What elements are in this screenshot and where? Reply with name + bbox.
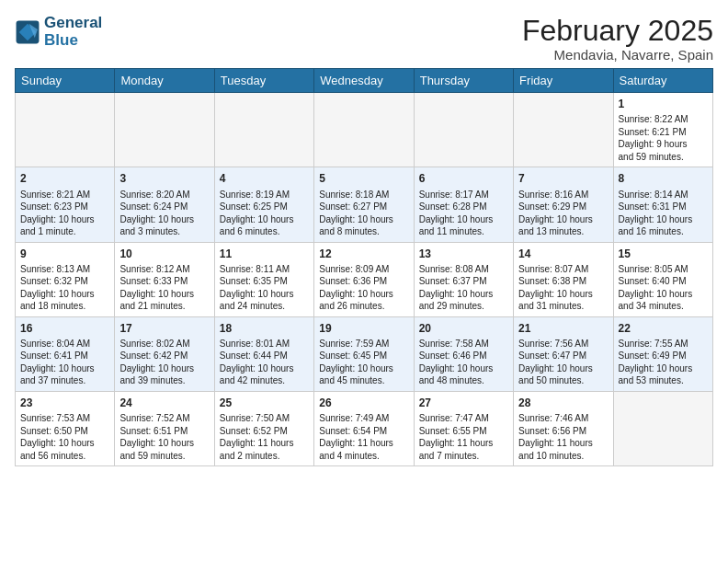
day-info: Sunrise: 7:55 AM Sunset: 6:49 PM Dayligh… (619, 338, 708, 387)
day-number: 22 (619, 321, 708, 336)
day-info: Sunrise: 8:22 AM Sunset: 6:21 PM Dayligh… (619, 113, 708, 163)
day-number: 26 (319, 396, 408, 410)
calendar-day: 11Sunrise: 8:11 AM Sunset: 6:35 PM Dayli… (214, 242, 313, 316)
logo-text: General Blue (44, 15, 102, 49)
day-number: 12 (319, 247, 408, 261)
day-number: 14 (518, 247, 608, 261)
calendar-day: 4Sunrise: 8:19 AM Sunset: 6:25 PM Daylig… (214, 167, 313, 242)
day-number: 24 (119, 396, 209, 410)
calendar-day: 23Sunrise: 7:53 AM Sunset: 6:50 PM Dayli… (16, 391, 115, 465)
calendar-day (314, 93, 414, 167)
day-info: Sunrise: 7:50 AM Sunset: 6:52 PM Dayligh… (220, 412, 309, 462)
location: Mendavia, Navarre, Spain (522, 47, 713, 63)
day-info: Sunrise: 8:07 AM Sunset: 6:38 PM Dayligh… (518, 263, 608, 313)
weekday-header-row: SundayMondayTuesdayWednesdayThursdayFrid… (16, 69, 713, 93)
calendar-week-row: 9Sunrise: 8:13 AM Sunset: 6:32 PM Daylig… (16, 242, 713, 316)
day-info: Sunrise: 8:17 AM Sunset: 6:28 PM Dayligh… (419, 189, 508, 238)
day-info: Sunrise: 8:04 AM Sunset: 6:41 PM Dayligh… (20, 338, 109, 387)
day-info: Sunrise: 8:13 AM Sunset: 6:32 PM Dayligh… (20, 263, 109, 313)
day-info: Sunrise: 8:20 AM Sunset: 6:24 PM Dayligh… (119, 189, 209, 238)
day-number: 20 (419, 321, 508, 336)
day-info: Sunrise: 8:21 AM Sunset: 6:23 PM Dayligh… (20, 189, 109, 238)
day-info: Sunrise: 8:18 AM Sunset: 6:27 PM Dayligh… (319, 189, 408, 238)
calendar-day (214, 93, 313, 167)
day-info: Sunrise: 8:16 AM Sunset: 6:29 PM Dayligh… (518, 189, 608, 238)
calendar-day: 19Sunrise: 7:59 AM Sunset: 6:45 PM Dayli… (314, 316, 414, 391)
calendar-day: 24Sunrise: 7:52 AM Sunset: 6:51 PM Dayli… (115, 391, 214, 465)
calendar-day: 12Sunrise: 8:09 AM Sunset: 6:36 PM Dayli… (314, 242, 414, 316)
day-info: Sunrise: 7:59 AM Sunset: 6:45 PM Dayligh… (319, 338, 408, 387)
day-number: 25 (220, 396, 309, 410)
weekday-header-monday: Monday (115, 69, 214, 93)
calendar-day: 27Sunrise: 7:47 AM Sunset: 6:55 PM Dayli… (414, 391, 513, 465)
logo-icon (15, 19, 40, 45)
day-number: 4 (220, 171, 309, 186)
calendar-day: 9Sunrise: 8:13 AM Sunset: 6:32 PM Daylig… (16, 242, 115, 316)
calendar-week-row: 16Sunrise: 8:04 AM Sunset: 6:41 PM Dayli… (16, 316, 713, 391)
calendar-day: 3Sunrise: 8:20 AM Sunset: 6:24 PM Daylig… (115, 167, 214, 242)
day-info: Sunrise: 7:52 AM Sunset: 6:51 PM Dayligh… (119, 412, 209, 462)
calendar-day: 13Sunrise: 8:08 AM Sunset: 6:37 PM Dayli… (414, 242, 513, 316)
day-number: 17 (119, 321, 209, 336)
calendar-day: 26Sunrise: 7:49 AM Sunset: 6:54 PM Dayli… (314, 391, 414, 465)
weekday-header-sunday: Sunday (16, 69, 115, 93)
day-info: Sunrise: 7:58 AM Sunset: 6:46 PM Dayligh… (419, 338, 508, 387)
calendar-day: 22Sunrise: 7:55 AM Sunset: 6:49 PM Dayli… (613, 316, 712, 391)
day-info: Sunrise: 8:05 AM Sunset: 6:40 PM Dayligh… (619, 263, 708, 313)
day-number: 7 (518, 171, 608, 186)
day-number: 5 (319, 171, 408, 186)
calendar-day: 8Sunrise: 8:14 AM Sunset: 6:31 PM Daylig… (613, 167, 712, 242)
day-number: 16 (20, 321, 109, 336)
weekday-header-wednesday: Wednesday (314, 69, 414, 93)
day-info: Sunrise: 8:02 AM Sunset: 6:42 PM Dayligh… (119, 338, 209, 387)
calendar-week-row: 2Sunrise: 8:21 AM Sunset: 6:23 PM Daylig… (16, 167, 713, 242)
day-info: Sunrise: 7:49 AM Sunset: 6:54 PM Dayligh… (319, 412, 408, 462)
day-number: 21 (518, 321, 608, 336)
day-number: 10 (119, 247, 209, 261)
logo: General Blue (15, 15, 102, 49)
day-info: Sunrise: 8:14 AM Sunset: 6:31 PM Dayligh… (619, 189, 708, 238)
day-info: Sunrise: 7:53 AM Sunset: 6:50 PM Dayligh… (20, 412, 109, 462)
calendar: SundayMondayTuesdayWednesdayThursdayFrid… (15, 68, 713, 466)
calendar-day (16, 93, 115, 167)
day-info: Sunrise: 8:08 AM Sunset: 6:37 PM Dayligh… (419, 263, 508, 313)
calendar-day: 25Sunrise: 7:50 AM Sunset: 6:52 PM Dayli… (214, 391, 313, 465)
day-info: Sunrise: 8:09 AM Sunset: 6:36 PM Dayligh… (319, 263, 408, 313)
day-info: Sunrise: 8:19 AM Sunset: 6:25 PM Dayligh… (220, 189, 309, 238)
day-number: 27 (419, 396, 508, 410)
day-number: 19 (319, 321, 408, 336)
calendar-day: 28Sunrise: 7:46 AM Sunset: 6:56 PM Dayli… (514, 391, 613, 465)
calendar-day (414, 93, 513, 167)
calendar-week-row: 1Sunrise: 8:22 AM Sunset: 6:21 PM Daylig… (16, 93, 713, 167)
calendar-day: 15Sunrise: 8:05 AM Sunset: 6:40 PM Dayli… (613, 242, 712, 316)
day-number: 8 (619, 171, 708, 186)
weekday-header-thursday: Thursday (414, 69, 513, 93)
calendar-day: 7Sunrise: 8:16 AM Sunset: 6:29 PM Daylig… (514, 167, 613, 242)
calendar-day: 2Sunrise: 8:21 AM Sunset: 6:23 PM Daylig… (16, 167, 115, 242)
calendar-day (115, 93, 214, 167)
calendar-day: 17Sunrise: 8:02 AM Sunset: 6:42 PM Dayli… (115, 316, 214, 391)
day-info: Sunrise: 7:56 AM Sunset: 6:47 PM Dayligh… (518, 338, 608, 387)
header: General Blue February 2025 Mendavia, Nav… (15, 15, 713, 63)
day-info: Sunrise: 8:11 AM Sunset: 6:35 PM Dayligh… (220, 263, 309, 313)
day-number: 2 (20, 171, 109, 186)
day-number: 3 (119, 171, 209, 186)
calendar-day (613, 391, 712, 465)
weekday-header-friday: Friday (514, 69, 613, 93)
day-info: Sunrise: 7:46 AM Sunset: 6:56 PM Dayligh… (518, 412, 608, 462)
calendar-day: 18Sunrise: 8:01 AM Sunset: 6:44 PM Dayli… (214, 316, 313, 391)
calendar-day: 20Sunrise: 7:58 AM Sunset: 6:46 PM Dayli… (414, 316, 513, 391)
calendar-day: 5Sunrise: 8:18 AM Sunset: 6:27 PM Daylig… (314, 167, 414, 242)
calendar-day: 1Sunrise: 8:22 AM Sunset: 6:21 PM Daylig… (613, 93, 712, 167)
calendar-day: 16Sunrise: 8:04 AM Sunset: 6:41 PM Dayli… (16, 316, 115, 391)
calendar-day: 14Sunrise: 8:07 AM Sunset: 6:38 PM Dayli… (514, 242, 613, 316)
calendar-day: 10Sunrise: 8:12 AM Sunset: 6:33 PM Dayli… (115, 242, 214, 316)
weekday-header-saturday: Saturday (613, 69, 712, 93)
calendar-week-row: 23Sunrise: 7:53 AM Sunset: 6:50 PM Dayli… (16, 391, 713, 465)
day-info: Sunrise: 7:47 AM Sunset: 6:55 PM Dayligh… (419, 412, 508, 462)
calendar-day (514, 93, 613, 167)
month-title: February 2025 (522, 15, 713, 47)
day-number: 15 (619, 247, 708, 261)
day-number: 23 (20, 396, 109, 410)
day-info: Sunrise: 8:12 AM Sunset: 6:33 PM Dayligh… (119, 263, 209, 313)
